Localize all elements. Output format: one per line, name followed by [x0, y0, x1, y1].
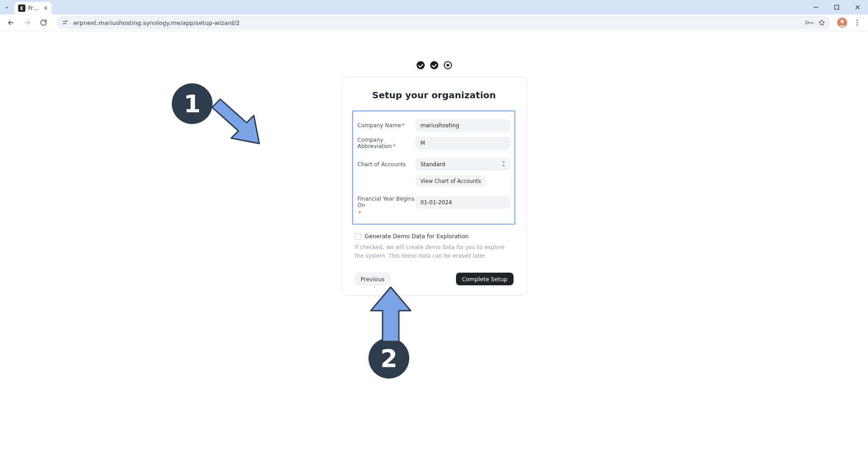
annotation-arrow-1	[206, 98, 269, 153]
tab-favicon: E	[18, 5, 25, 12]
row-company-abbreviation: Company Abbreviation* M	[358, 134, 510, 152]
complete-setup-button[interactable]: Complete Setup	[456, 273, 514, 285]
previous-button[interactable]: Previous	[355, 273, 391, 285]
setup-card: Setup your organization Company Name* ma…	[342, 77, 527, 296]
window-maximize-button[interactable]	[826, 0, 847, 14]
row-financial-year: Financial Year Begins On* 01-01-2024	[358, 193, 510, 219]
wizard-step-1[interactable]	[417, 61, 425, 69]
card-title: Setup your organization	[355, 90, 514, 101]
profile-avatar[interactable]	[837, 18, 847, 28]
card-actions: Previous Complete Setup	[355, 273, 514, 285]
window-controls	[805, 0, 868, 14]
label-chart-of-accounts: Chart of Accounts	[358, 161, 416, 168]
svg-point-3	[840, 20, 844, 23]
input-company-abbreviation[interactable]: M	[416, 137, 510, 149]
bookmark-star-icon[interactable]	[818, 19, 825, 26]
wizard-step-3[interactable]	[444, 61, 452, 69]
nav-reload-button[interactable]	[37, 16, 50, 29]
reload-icon	[39, 19, 48, 27]
row-chart-of-accounts: Chart of Accounts Standard	[358, 156, 510, 173]
tune-icon	[62, 19, 69, 26]
arrow-right-icon	[23, 19, 31, 27]
browser-menu-button[interactable]	[851, 16, 863, 29]
window-minimize-button[interactable]	[805, 0, 826, 14]
browser-tab-active[interactable]: E Frappe ✕	[15, 2, 52, 14]
annotation-arrow-2	[369, 285, 412, 344]
arrow-left-icon	[7, 19, 15, 27]
wizard-step-2[interactable]	[430, 61, 438, 69]
url-text: erpnext.mariushosting.synology.me/app/se…	[73, 19, 240, 26]
browser-tab-strip: E Frappe ✕	[0, 0, 868, 14]
svg-point-1	[806, 21, 809, 24]
select-chart-of-accounts[interactable]: Standard	[416, 159, 510, 170]
chevron-down-icon	[4, 5, 10, 11]
svg-point-4	[857, 20, 858, 21]
highlighted-form-area: Company Name* mariushosting Company Abbr…	[352, 110, 515, 225]
input-company-name[interactable]: mariushosting	[416, 120, 510, 131]
tab-dropdown-button[interactable]	[3, 3, 11, 12]
svg-point-5	[857, 22, 858, 23]
svg-point-6	[857, 24, 858, 25]
row-company-name: Company Name* mariushosting	[358, 117, 510, 134]
label-demo-data: Generate Demo Data for Exploration	[365, 233, 469, 240]
label-company-abbreviation: Company Abbreviation*	[358, 137, 416, 149]
site-info-icon[interactable]	[62, 19, 69, 26]
nav-forward-button[interactable]	[21, 16, 34, 29]
svg-rect-0	[835, 5, 839, 10]
avatar-icon	[837, 18, 847, 28]
tab-title: Frappe	[28, 5, 41, 11]
address-bar[interactable]: erpnext.mariushosting.synology.me/app/se…	[56, 16, 831, 29]
wizard-stepper	[0, 61, 868, 69]
input-financial-year[interactable]: 01-01-2024	[416, 197, 510, 208]
row-demo-data: Generate Demo Data for Exploration	[355, 231, 514, 242]
label-financial-year: Financial Year Begins On*	[358, 196, 416, 216]
kebab-menu-icon	[853, 19, 861, 27]
nav-back-button[interactable]	[5, 16, 17, 29]
label-company-name: Company Name*	[358, 122, 416, 129]
page-content: Setup your organization Company Name* ma…	[0, 31, 868, 466]
close-icon[interactable]: ✕	[44, 5, 48, 11]
select-arrows-icon	[501, 161, 506, 168]
browser-toolbar: erpnext.mariushosting.synology.me/app/se…	[0, 14, 868, 31]
row-view-coa: View Chart of Accounts	[358, 173, 510, 189]
checkbox-demo-data[interactable]	[355, 233, 361, 240]
view-chart-of-accounts-button[interactable]: View Chart of Accounts	[416, 176, 486, 187]
help-text-demo-data: If checked, we will create demo data for…	[355, 243, 514, 260]
password-key-icon[interactable]	[805, 19, 814, 26]
window-close-button[interactable]	[847, 0, 868, 14]
